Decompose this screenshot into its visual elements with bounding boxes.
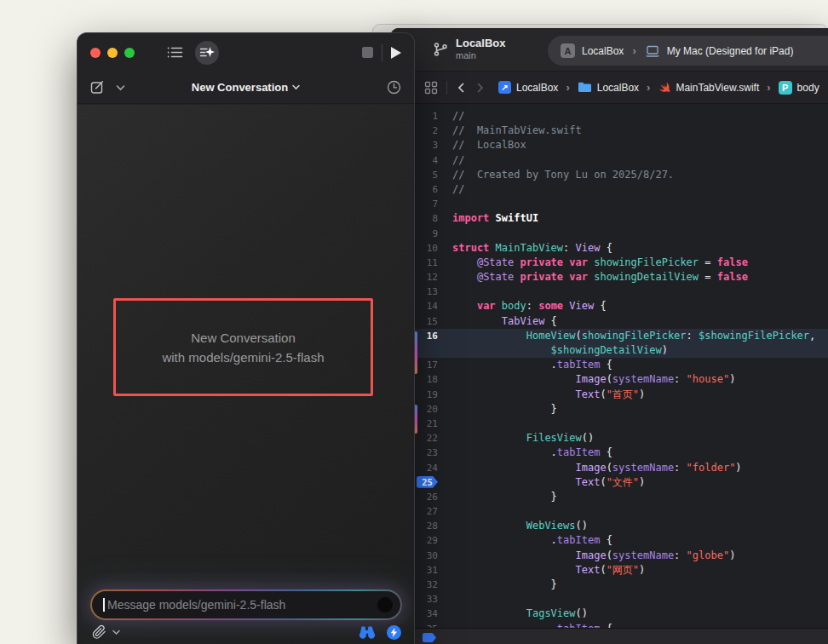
code-text[interactable]: //: [443, 182, 464, 197]
code-line: 26 }: [390, 490, 828, 504]
close-button[interactable]: [90, 48, 101, 58]
breakpoint-toggle-icon[interactable]: [423, 633, 436, 642]
breadcrumb-label[interactable]: LocalBox: [516, 82, 558, 94]
scheme-target[interactable]: LocalBox: [582, 45, 624, 57]
code-lines: 1//2// MainTabView.swift3// LocalBox4//5…: [390, 109, 828, 628]
code-text[interactable]: HomeView(showingFilePicker: $showingFile…: [443, 329, 815, 343]
code-line: 6//: [390, 182, 828, 197]
code-text[interactable]: FilesView(): [443, 431, 594, 446]
back-button[interactable]: [456, 82, 468, 94]
xcode-window: LocalBox main A LocalBox › My Mac (Desig…: [390, 28, 828, 644]
code-line: 25 Text("文件"): [390, 475, 828, 490]
play-button[interactable]: [391, 47, 401, 59]
code-text[interactable]: Image(systemName: "house"): [443, 372, 735, 387]
app-project-icon: ↗: [498, 81, 511, 94]
send-button[interactable]: [377, 597, 393, 612]
related-items-icon[interactable]: [424, 81, 438, 95]
scheme-destination[interactable]: My Mac (Designed for iPad): [667, 45, 794, 57]
code-text[interactable]: }: [443, 402, 557, 417]
stop-button[interactable]: [362, 47, 373, 58]
code-line: 2// MainTabView.swift: [390, 124, 828, 138]
breadcrumb-item-project[interactable]: ↗ LocalBox: [498, 81, 558, 94]
code-text[interactable]: var body: some View {: [443, 299, 607, 313]
code-text[interactable]: Text("文件"): [443, 475, 645, 490]
code-text[interactable]: TabView {: [443, 314, 557, 329]
code-text[interactable]: Text("首页"): [443, 388, 645, 402]
code-text[interactable]: .tabItem {: [443, 446, 612, 460]
history-clock-icon[interactable]: [387, 80, 401, 95]
code-text[interactable]: .tabItem {: [443, 533, 612, 548]
chat-subtoolbar: New Conversation: [78, 72, 414, 104]
chevron-down-icon[interactable]: [116, 84, 125, 91]
message-composer[interactable]: Message models/gemini-2.5-flash: [90, 589, 402, 620]
forward-button[interactable]: [474, 82, 486, 94]
breadcrumb-label[interactable]: MainTabView.swift: [676, 82, 759, 94]
code-line: 28 WebViews(): [390, 519, 828, 533]
code-text[interactable]: // Created by Tony Lu on 2025/8/27.: [443, 168, 674, 182]
assistant-sparkle-icon[interactable]: [195, 41, 219, 65]
code-text[interactable]: Text("网页"): [443, 563, 645, 578]
breadcrumb-item-group[interactable]: LocalBox: [578, 82, 639, 94]
breadcrumb-item-file[interactable]: MainTabView.swift: [658, 81, 759, 94]
text-cursor: [103, 598, 105, 612]
code-text[interactable]: Image(systemName: "globe"): [443, 549, 735, 563]
code-text[interactable]: import SwiftUI: [443, 211, 538, 226]
code-text[interactable]: Image(systemName: "folder"): [443, 461, 742, 475]
code-text[interactable]: [443, 592, 452, 607]
breakpoint-badge[interactable]: 25: [417, 476, 438, 488]
breadcrumb-label[interactable]: LocalBox: [597, 82, 639, 94]
code-text[interactable]: .tabItem {: [443, 622, 612, 628]
binoculars-icon[interactable]: [358, 625, 376, 640]
code-text[interactable]: [443, 285, 452, 299]
composer-footer: [92, 624, 401, 641]
code-text[interactable]: }: [443, 578, 557, 592]
branch-name: main: [456, 50, 506, 61]
code-text[interactable]: [443, 197, 452, 211]
zoom-button[interactable]: [124, 48, 135, 58]
code-line: 11 @State private var showingFilePicker …: [390, 256, 828, 270]
bolt-icon[interactable]: [387, 625, 401, 640]
code-line: 20 }: [390, 402, 828, 417]
project-status[interactable]: LocalBox main: [433, 37, 506, 61]
message-input[interactable]: Message models/gemini-2.5-flash: [107, 598, 377, 612]
attachment-paperclip-icon[interactable]: [92, 624, 106, 640]
code-line: 18 Image(systemName: "house"): [390, 372, 828, 387]
code-line: 27: [390, 504, 828, 519]
code-text[interactable]: // LocalBox: [443, 138, 526, 152]
code-text[interactable]: }: [443, 490, 557, 504]
code-text[interactable]: //: [443, 153, 464, 168]
code-editor[interactable]: 1//2// MainTabView.swift3// LocalBox4//5…: [390, 104, 828, 628]
minimize-button[interactable]: [107, 48, 118, 58]
code-line: 8import SwiftUI: [390, 211, 828, 226]
code-line: 23 .tabItem {: [390, 446, 828, 460]
code-text[interactable]: //: [443, 109, 464, 124]
code-line: 34 TagsView(): [390, 607, 828, 621]
code-text[interactable]: .tabItem {: [443, 358, 612, 372]
breadcrumb-item-symbol[interactable]: P body: [779, 81, 819, 95]
code-text[interactable]: [443, 227, 452, 241]
swift-file-icon: [658, 81, 670, 94]
code-text[interactable]: $showingDetailView): [443, 343, 668, 358]
compose-icon[interactable]: [90, 80, 105, 95]
chevron-down-icon[interactable]: [112, 630, 120, 635]
code-text[interactable]: TagsView(): [443, 607, 588, 621]
scheme-selector[interactable]: A LocalBox › My Mac (Designed for iPad): [548, 36, 828, 66]
branch-icon: [433, 42, 448, 57]
code-text[interactable]: [443, 417, 452, 431]
code-text[interactable]: WebViews(): [443, 519, 588, 533]
code-line: 3// LocalBox: [390, 138, 828, 152]
code-text[interactable]: @State private var showingDetailView = f…: [443, 270, 748, 285]
code-line: 12 @State private var showingDetailView …: [390, 270, 828, 285]
code-line: 29 .tabItem {: [390, 533, 828, 548]
code-text[interactable]: struct MainTabView: View {: [443, 241, 612, 256]
conversation-list-icon[interactable]: [167, 46, 183, 59]
breadcrumb-label[interactable]: body: [797, 82, 819, 94]
laptop-icon: [645, 45, 660, 57]
code-line: 33: [390, 592, 828, 607]
conversation-title[interactable]: New Conversation: [78, 81, 414, 94]
code-line: 19 Text("首页"): [390, 388, 828, 402]
code-text[interactable]: @State private var showingFilePicker = f…: [443, 256, 748, 270]
code-text[interactable]: // MainTabView.swift: [443, 124, 582, 138]
code-text[interactable]: [443, 504, 452, 519]
app-icon: A: [561, 43, 575, 58]
